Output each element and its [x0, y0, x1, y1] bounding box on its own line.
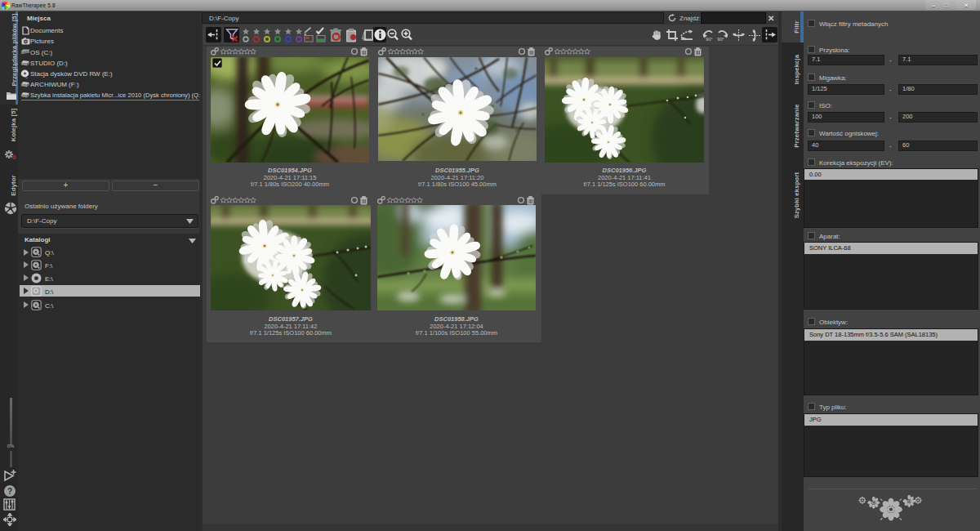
svg-text:90°: 90° [717, 37, 724, 42]
svg-text:90°: 90° [706, 37, 712, 42]
svg-text:?: ? [7, 487, 12, 496]
